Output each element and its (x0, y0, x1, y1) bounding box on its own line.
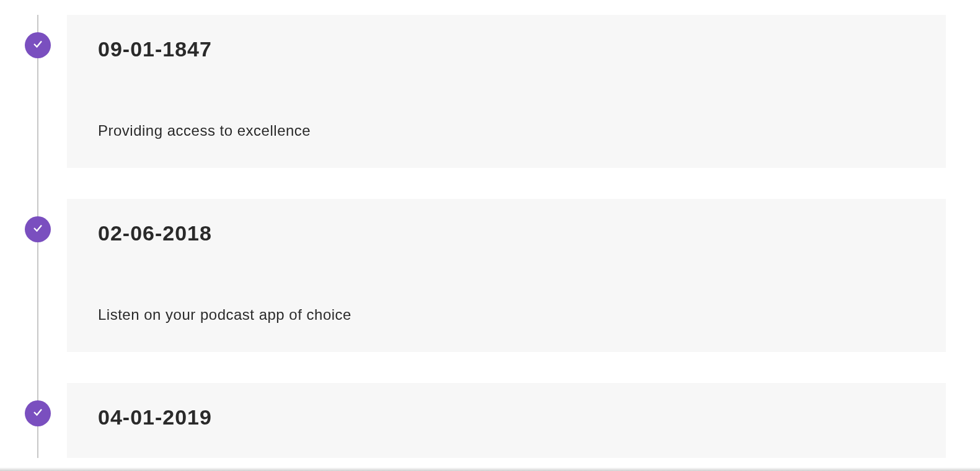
timeline-description: Providing access to excellence (98, 122, 915, 139)
check-icon (32, 38, 43, 52)
timeline-marker (25, 32, 51, 58)
check-icon (32, 407, 43, 420)
timeline-item: 09-01-1847 Providing access to excellenc… (25, 15, 980, 168)
timeline-marker (25, 400, 51, 426)
bottom-shadow (0, 467, 980, 471)
timeline-card: 09-01-1847 Providing access to excellenc… (67, 15, 946, 168)
timeline-card: 02-06-2018 Listen on your podcast app of… (67, 199, 946, 352)
timeline-container: 09-01-1847 Providing access to excellenc… (0, 0, 980, 458)
timeline-marker (25, 216, 51, 242)
timeline-description: Listen on your podcast app of choice (98, 306, 915, 324)
timeline-card: 04-01-2019 (67, 383, 946, 458)
timeline-date: 02-06-2018 (98, 221, 915, 245)
timeline-item: 04-01-2019 (25, 383, 980, 458)
timeline-date: 04-01-2019 (98, 405, 915, 429)
check-icon (32, 222, 43, 236)
timeline-date: 09-01-1847 (98, 37, 915, 61)
timeline-item: 02-06-2018 Listen on your podcast app of… (25, 199, 980, 352)
